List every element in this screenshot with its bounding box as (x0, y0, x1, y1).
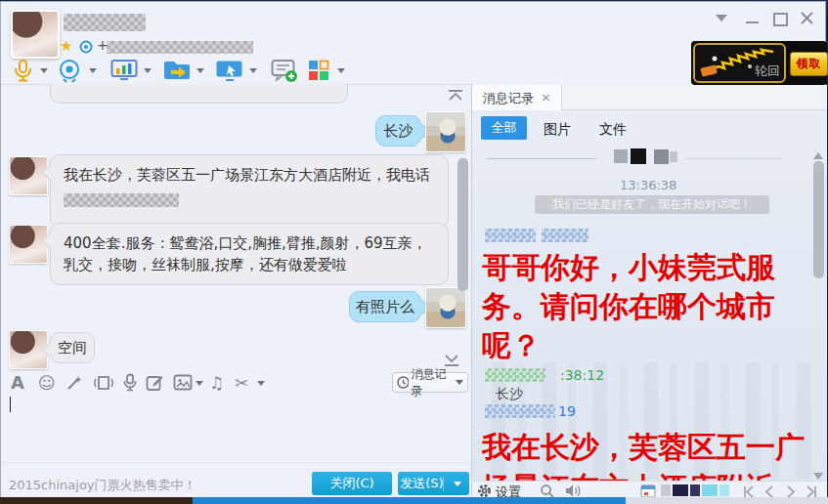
voice-call-icon[interactable] (11, 59, 36, 82)
taskbar-segment (626, 497, 828, 504)
peer-avatar-small[interactable] (9, 225, 48, 264)
censored-sender-name (542, 229, 588, 242)
input-divider (1, 462, 471, 463)
music-icon[interactable]: ♫ (209, 373, 224, 393)
send-options-caret[interactable] (454, 482, 461, 486)
taskbar-segment (0, 497, 193, 504)
censored-sender-name (485, 229, 536, 242)
censored-date (690, 484, 700, 496)
censored-sender-name (485, 368, 545, 382)
screen: ★ + 轮回 领取 (0, 0, 828, 504)
censored-date (661, 484, 671, 496)
clock-icon (397, 376, 409, 389)
screen-chart-caret[interactable] (144, 68, 152, 73)
window-menu-caret[interactable] (716, 15, 727, 21)
received-message-bubble: 400全套.服务：鸳鸯浴,口交,胸推,臂推,颜射，69互亲，乳交，接吻，丝袜制服… (50, 223, 449, 285)
censored-date (702, 484, 718, 496)
claim-button[interactable]: 领取 (790, 52, 828, 76)
video-call-caret[interactable] (89, 68, 97, 73)
send-image-caret[interactable] (196, 381, 203, 386)
censored-date-block (654, 149, 669, 164)
highlighted-message-clipped: 我在长沙，芙蓉区五一广场景江东方大酒店附近 (482, 427, 805, 481)
censored-date-block (670, 151, 677, 162)
partial-bubble (50, 84, 348, 104)
filter-all[interactable]: 全部 (481, 116, 527, 140)
star-badge-icon: ★ (60, 38, 75, 54)
my-avatar[interactable] (425, 111, 466, 152)
banner-caption: 轮回 (755, 63, 780, 80)
window-shake-icon[interactable] (93, 374, 114, 396)
screen-chart-icon[interactable] (110, 59, 136, 82)
highlighted-message: 哥哥你好，小妹莞式服务。请问你在哪个城市呢？ (482, 248, 793, 365)
peer-avatar[interactable] (11, 10, 60, 59)
taskbar-window-button[interactable] (193, 497, 626, 504)
date-divider-line (487, 158, 596, 159)
game-ad-banner[interactable]: 轮回 领取 (691, 41, 827, 85)
sender-name-suffix: 19 (558, 403, 576, 419)
file-transfer-icon[interactable] (162, 59, 188, 82)
tab-message-history[interactable]: 消息记录 × (472, 85, 562, 110)
filter-files[interactable]: 文件 (599, 121, 627, 139)
doodle-icon[interactable] (146, 374, 163, 396)
history-time: :38:12 (560, 367, 604, 383)
panel-scrollbar-thumb[interactable] (813, 161, 824, 278)
received-message-bubble: 我在长沙，芙蓉区五一广场景江东方大酒店附近，我电话 (50, 154, 449, 229)
chat-scrollbar-thumb[interactable] (458, 158, 468, 291)
qq-level-badge-icon (79, 39, 93, 53)
history-caret (456, 380, 463, 385)
app-box-icon[interactable] (307, 59, 332, 82)
text-cursor (10, 397, 11, 412)
app-box-caret[interactable] (337, 68, 345, 73)
screenshot-icon[interactable]: ✂ (235, 373, 248, 393)
sent-message-bubble: 长沙 (375, 115, 421, 147)
history-message: 长沙 (496, 386, 523, 403)
peer-avatar-small[interactable] (9, 156, 48, 195)
screenshot-caret[interactable] (257, 381, 265, 386)
censored-date (719, 484, 729, 496)
censored-date-block (631, 148, 646, 164)
system-message: 我们已经是好友了，现在开始对话吧！ (535, 195, 769, 214)
history-timestamp: 13:36:38 (620, 178, 676, 192)
font-format-icon[interactable]: A (11, 373, 24, 393)
received-message-bubble: 空间 (50, 332, 95, 363)
censored-phone-number (64, 193, 179, 207)
censored-sender-name (485, 404, 555, 418)
voice-message-icon[interactable] (122, 373, 138, 396)
send-image-icon[interactable] (173, 374, 193, 395)
create-group-chat-icon[interactable] (271, 59, 296, 82)
send-divider (443, 476, 444, 491)
remote-desktop-icon[interactable] (215, 59, 240, 82)
promo-text: 2015chinajoy门票火热售卖中！ (9, 477, 196, 494)
peer-signature-censored (107, 41, 253, 54)
remote-desktop-caret[interactable] (249, 68, 257, 73)
weapon-art: 轮回 (693, 43, 786, 83)
chat-window: ★ + 轮回 领取 (0, 1, 826, 497)
my-avatar[interactable] (425, 287, 466, 328)
file-transfer-caret[interactable] (196, 68, 204, 73)
maximize-button[interactable] (771, 10, 789, 27)
video-call-icon[interactable] (58, 59, 83, 82)
close-window-button[interactable] (799, 10, 816, 27)
magic-expression-icon[interactable] (65, 374, 83, 396)
emoticon-icon[interactable]: ☺ (38, 373, 56, 393)
censored-date (673, 484, 688, 496)
peer-name-censored (64, 14, 146, 31)
message-history-button[interactable]: 消息记录 (392, 372, 468, 393)
close-chat-button[interactable]: 关闭(C) (312, 472, 392, 495)
tab-close-icon[interactable]: × (541, 90, 551, 105)
message-input-area[interactable] (1, 394, 471, 461)
message-history-panel: 消息记录 × 全部 图片 文件 13:36:38 我们已经是好友了，现在开始对话… (472, 85, 827, 499)
minimize-button[interactable] (744, 10, 762, 27)
collapse-sidebar-up-icon[interactable] (447, 87, 464, 105)
censored-date-block (614, 149, 628, 163)
sent-message-bubble: 有照片么 (349, 291, 421, 322)
voice-call-caret[interactable] (40, 68, 48, 73)
filter-images[interactable]: 图片 (544, 121, 571, 139)
date-divider-line (685, 158, 783, 159)
history-tabbar: 消息记录 × (472, 85, 827, 110)
send-button[interactable]: 发送(S) (398, 472, 469, 495)
